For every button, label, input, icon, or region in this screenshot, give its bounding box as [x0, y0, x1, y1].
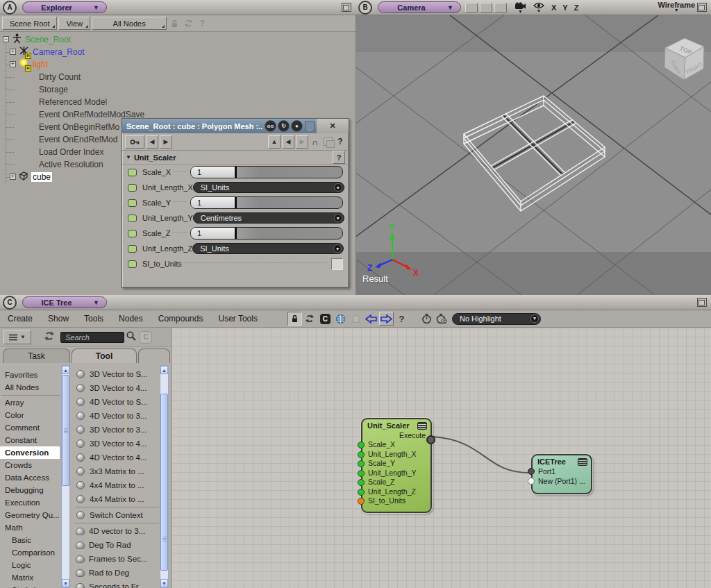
expand-toggle-icon[interactable]: +	[10, 49, 16, 55]
forward-icon[interactable]: ▶	[296, 135, 308, 149]
scroll-up-icon[interactable]: ▲	[62, 366, 69, 374]
input-port[interactable]: Scale_Y	[362, 459, 430, 469]
explorer-view-menu[interactable]: Explorer ▼	[22, 1, 107, 13]
port-dot[interactable]	[528, 468, 535, 475]
port-dot[interactable]	[358, 479, 365, 486]
category-item[interactable]: Array	[0, 396, 61, 409]
tree-item[interactable]: Storage	[39, 83, 68, 95]
tree-item[interactable]: Active Resolution	[39, 158, 103, 170]
camera-icon[interactable]: ▼	[515, 2, 526, 13]
menu-nodes[interactable]: Nodes	[111, 314, 151, 324]
menu-create[interactable]: Create	[0, 314, 40, 324]
category-item[interactable]: Geometry Qu...	[0, 509, 61, 521]
prev-icon[interactable]: ◀	[146, 135, 158, 149]
back-arrow-icon[interactable]	[364, 312, 378, 326]
key-icon[interactable]	[125, 135, 144, 149]
tree-item[interactable]: Event OnEndRefMod	[39, 133, 117, 145]
tree-item-cube[interactable]: + cube	[10, 171, 52, 183]
memo-cam-button[interactable]	[480, 3, 492, 12]
menu-compounds[interactable]: Compounds	[151, 314, 211, 324]
unit-length-y-dropdown[interactable]: Centimetres▼	[193, 212, 344, 224]
tree-item[interactable]: Event OnBeginRefMo	[39, 121, 119, 133]
animation-led[interactable]	[128, 169, 137, 176]
lock-icon[interactable]	[168, 17, 181, 30]
category-item[interactable]: Data Access	[0, 471, 61, 484]
recycle-icon[interactable]: oo	[265, 120, 276, 132]
scope-menu-button[interactable]: Scene Root	[2, 17, 57, 30]
tree-item-light[interactable]: + H light	[10, 58, 48, 70]
memo-cam-button[interactable]	[465, 3, 478, 12]
execute-output-port[interactable]: Execute	[362, 430, 430, 440]
refresh-icon[interactable]	[182, 17, 194, 30]
axis-z-button[interactable]: Z	[574, 3, 579, 12]
category-item[interactable]: Color	[0, 409, 61, 421]
menu-user-tools[interactable]: User Tools	[210, 314, 265, 324]
maximize-icon[interactable]	[342, 3, 351, 12]
category-item[interactable]: Debugging	[0, 484, 61, 496]
forward-arrow-icon[interactable]	[379, 312, 394, 326]
preset-node[interactable]: 4x4 Matrix to ...	[74, 478, 160, 492]
preset-node[interactable]: Switch Context	[74, 508, 160, 522]
category-item[interactable]: Crowds	[0, 459, 61, 471]
ppg-section-header[interactable]: ▼ Unit_Scaler ?	[122, 151, 349, 165]
category-scrollbar[interactable]: ▲ ▼	[61, 365, 70, 588]
unit-length-x-dropdown[interactable]: SI_Units▼	[193, 182, 344, 193]
axis-y-button[interactable]: Y	[562, 3, 567, 12]
preset-node[interactable]: 3x3 Matrix to ...	[74, 464, 160, 478]
tree-item-scene-root[interactable]: − Scene_Root	[3, 33, 71, 45]
input-port[interactable]: Scale_X	[362, 440, 430, 450]
category-item[interactable]: Execution	[0, 496, 61, 509]
layers-icon[interactable]	[322, 136, 333, 148]
port-dot[interactable]	[358, 460, 365, 467]
preset-node[interactable]: 4D Vector to S...	[74, 395, 160, 409]
node-menu-icon[interactable]	[417, 422, 427, 430]
category-item[interactable]: Comparison	[0, 546, 61, 559]
input-port[interactable]: Unit_Length_X	[362, 450, 430, 460]
unit-scaler-node[interactable]: Unit_Scaler Execute Scale_X Unit_Length_…	[361, 418, 432, 513]
si-to-units-checkbox[interactable]	[331, 258, 343, 270]
category-item[interactable]: All Nodes	[0, 381, 61, 394]
search-input[interactable]: Search	[60, 332, 124, 343]
category-item-selected[interactable]: Conversion	[0, 446, 60, 459]
lock-icon[interactable]	[287, 312, 302, 326]
port-dot[interactable]	[358, 442, 365, 448]
eye-icon[interactable]: ▼	[533, 2, 544, 12]
tab-task[interactable]: Task	[3, 348, 70, 363]
tree-item[interactable]: Load Order Index	[39, 146, 103, 158]
refresh-icon[interactable]	[303, 312, 317, 326]
help-icon[interactable]: ?	[394, 312, 409, 326]
stopwatch-c-icon[interactable]: C	[435, 312, 449, 326]
category-item[interactable]: Matrix	[0, 571, 61, 584]
port-dot[interactable]	[358, 470, 365, 477]
preset-node[interactable]: Seconds to Fr...	[74, 580, 160, 588]
list-view-button[interactable]: ▼	[3, 330, 31, 344]
animation-led[interactable]	[128, 215, 137, 222]
unit-length-z-dropdown[interactable]: SI_Units▼	[192, 243, 344, 254]
tab-tool[interactable]: Tool	[72, 348, 137, 363]
view-menu-button[interactable]: View	[58, 17, 90, 30]
scale-z-slider[interactable]: 1	[190, 227, 343, 240]
tree-item[interactable]: Referenced Model	[39, 96, 107, 108]
undo-icon[interactable]: ∩	[310, 136, 321, 148]
minimize-icon[interactable]: _	[305, 121, 315, 131]
collapse-toggle-icon[interactable]: −	[3, 36, 9, 42]
input-port[interactable]: Unit_Length_Z	[362, 487, 430, 497]
next-icon[interactable]: ▶	[160, 135, 172, 149]
preset-node[interactable]: 4x4 Matrix to ...	[74, 492, 160, 506]
scrollbar-thumb[interactable]	[62, 375, 69, 486]
menu-show[interactable]: Show	[40, 314, 76, 324]
scroll-down-icon[interactable]: ▼	[160, 579, 168, 587]
animation-led[interactable]	[128, 230, 137, 237]
axis-x-button[interactable]: X	[551, 3, 556, 12]
port-dot[interactable]	[358, 451, 365, 458]
icetree-node[interactable]: ICETree Port1 New (Port1) ...	[531, 454, 592, 494]
category-item[interactable]: Math	[0, 521, 61, 534]
maximize-icon[interactable]	[697, 3, 707, 12]
preset-node[interactable]: 3D Vector to 4...	[74, 381, 160, 395]
preset-node[interactable]: 3D Vector to 4...	[74, 437, 160, 451]
animation-led[interactable]	[128, 260, 137, 268]
tree-item[interactable]: Dirty Count	[39, 71, 81, 83]
expand-toggle-icon[interactable]: +	[10, 174, 16, 180]
c-icon[interactable]: C	[318, 312, 333, 326]
clear-search-icon[interactable]: C	[140, 331, 152, 344]
